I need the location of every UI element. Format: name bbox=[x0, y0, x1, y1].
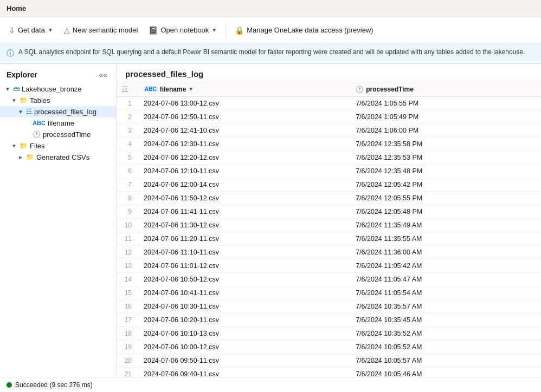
sidebar-item-lakehouse[interactable]: ▼ 🗃 Lakehouse_bronze bbox=[0, 83, 116, 95]
processedtime-clock-icon: 🕐 bbox=[356, 86, 364, 93]
filename-cell: 2024-07-06 12:50-11.csv bbox=[138, 110, 350, 123]
filename-cell: 2024-07-06 10:00-12.csv bbox=[138, 340, 350, 354]
processedtime-cell: 7/6/2024 12:35:53 PM bbox=[350, 151, 541, 164]
filename-cell: 2024-07-06 09:40-11.csv bbox=[138, 367, 350, 377]
processedtime-cell: 7/6/2024 1:05:55 PM bbox=[350, 96, 541, 110]
filename-cell: 2024-07-06 10:50-12.csv bbox=[138, 272, 350, 286]
row-number-cell: 3 bbox=[117, 123, 138, 137]
open-notebook-button[interactable]: 📓 Open notebook ▼ bbox=[144, 22, 221, 39]
filename-col-header[interactable]: ABC filename ▼ bbox=[138, 82, 350, 97]
get-data-chevron-icon: ▼ bbox=[48, 27, 53, 33]
row-number-cell: 14 bbox=[117, 272, 138, 286]
info-banner: ⓘ A SQL analytics endpoint for SQL query… bbox=[0, 43, 541, 64]
filename-cell: 2024-07-06 11:01-12.csv bbox=[138, 259, 350, 272]
row-number-cell: 20 bbox=[117, 354, 138, 367]
processedtime-cell: 7/6/2024 12:05:55 PM bbox=[350, 191, 541, 205]
filename-cell: 2024-07-06 13:00-12.csv bbox=[138, 96, 350, 110]
table-row: 62024-07-06 12:10-11.csv7/6/2024 12:35:4… bbox=[117, 164, 541, 178]
processedtime-cell: 7/6/2024 10:35:52 AM bbox=[350, 326, 541, 340]
filename-cell: 2024-07-06 11:50-12.csv bbox=[138, 191, 350, 205]
table-row: 192024-07-06 10:00-12.csv7/6/2024 10:05:… bbox=[117, 340, 541, 354]
table-row: 142024-07-06 10:50-12.csv7/6/2024 11:05:… bbox=[117, 272, 541, 286]
manage-onelake-icon: 🔒 bbox=[235, 26, 244, 35]
table-row: 152024-07-06 10:41-11.csv7/6/2024 11:05:… bbox=[117, 286, 541, 299]
sidebar: Explorer «« ▼ 🗃 Lakehouse_bronze ▼ 📁 Tab… bbox=[0, 64, 117, 377]
table-row: 202024-07-06 09:50-11.csv7/6/2024 10:05:… bbox=[117, 354, 541, 367]
processedtime-cell: 7/6/2024 11:35:55 AM bbox=[350, 232, 541, 245]
processedtime-cell: 7/6/2024 12:35:58 PM bbox=[350, 137, 541, 151]
processedtime-col-header[interactable]: 🕐 processedTime bbox=[350, 82, 541, 97]
table-options-icon: ☷ bbox=[122, 86, 128, 93]
manage-onelake-button[interactable]: 🔒 Manage OneLake data access (preview) bbox=[230, 22, 377, 39]
sidebar-item-generated-csvs[interactable]: ► 📁 Generated CSVs bbox=[0, 152, 116, 163]
data-table: ☷ ABC filename ▼ 🕐 bbox=[117, 82, 541, 377]
table-row: 82024-07-06 11:50-12.csv7/6/2024 12:05:5… bbox=[117, 191, 541, 205]
table-row: 102024-07-06 11:30-12.csv7/6/2024 11:35:… bbox=[117, 218, 541, 232]
status-bar: Succeeded (9 sec 276 ms) bbox=[0, 377, 541, 392]
table-row: 212024-07-06 09:40-11.csv7/6/2024 10:05:… bbox=[117, 367, 541, 377]
processedtime-cell: 7/6/2024 10:05:46 AM bbox=[350, 367, 541, 377]
toolbar: ⇩ Get data ▼ △ New semantic model 📓 Open… bbox=[0, 17, 541, 43]
processedtime-cell: 7/6/2024 10:35:45 AM bbox=[350, 313, 541, 326]
processedtime-header-label: processedTime bbox=[366, 86, 414, 93]
processedtime-cell: 7/6/2024 12:05:42 PM bbox=[350, 178, 541, 191]
row-number-cell: 6 bbox=[117, 164, 138, 178]
row-number-cell: 18 bbox=[117, 326, 138, 340]
sidebar-item-files[interactable]: ▼ 📁 Files bbox=[0, 140, 116, 152]
filename-cell: 2024-07-06 10:30-11.csv bbox=[138, 299, 350, 313]
row-number-cell: 9 bbox=[117, 205, 138, 218]
table-row: 72024-07-06 12:00-14.csv7/6/2024 12:05:4… bbox=[117, 178, 541, 191]
sidebar-collapse-button[interactable]: «« bbox=[96, 69, 110, 80]
content-area: processed_files_log ☷ ABC filename bbox=[117, 64, 541, 377]
processedtime-cell: 7/6/2024 11:05:54 AM bbox=[350, 286, 541, 299]
row-number-cell: 12 bbox=[117, 245, 138, 259]
row-number-cell: 7 bbox=[117, 178, 138, 191]
row-number-cell: 13 bbox=[117, 259, 138, 272]
chevron-down-icon: ▼ bbox=[17, 109, 24, 115]
tables-folder-icon: 📁 bbox=[20, 96, 28, 104]
sidebar-item-tables[interactable]: ▼ 📁 Tables bbox=[0, 95, 116, 106]
top-bar: Home bbox=[0, 0, 541, 17]
filename-cell: 2024-07-06 11:20-11.csv bbox=[138, 232, 350, 245]
sidebar-header: Explorer «« bbox=[0, 64, 116, 83]
table-row: 182024-07-06 10:10-13.csv7/6/2024 10:35:… bbox=[117, 326, 541, 340]
table-row: 22024-07-06 12:50-11.csv7/6/2024 1:05:49… bbox=[117, 110, 541, 123]
new-semantic-model-button[interactable]: △ New semantic model bbox=[60, 22, 143, 39]
filename-cell: 2024-07-06 11:41-11.csv bbox=[138, 205, 350, 218]
row-num-header: ☷ bbox=[117, 82, 138, 97]
new-semantic-model-icon: △ bbox=[64, 26, 70, 35]
row-number-cell: 5 bbox=[117, 151, 138, 164]
get-data-button[interactable]: ⇩ Get data ▼ bbox=[4, 22, 57, 39]
generated-csvs-label: Generated CSVs bbox=[36, 153, 89, 161]
filename-cell: 2024-07-06 12:30-11.csv bbox=[138, 137, 350, 151]
toolbar-divider bbox=[226, 24, 226, 37]
row-number-cell: 21 bbox=[117, 367, 138, 377]
processedtime-cell: 7/6/2024 1:06:00 PM bbox=[350, 123, 541, 137]
processedtime-cell: 7/6/2024 11:05:42 AM bbox=[350, 259, 541, 272]
table-row: 52024-07-06 12:20-12.csv7/6/2024 12:35:5… bbox=[117, 151, 541, 164]
sort-icon: ▼ bbox=[188, 86, 194, 92]
row-number-cell: 11 bbox=[117, 232, 138, 245]
chevron-down-icon: ▼ bbox=[11, 143, 17, 149]
filename-cell: 2024-07-06 11:30-12.csv bbox=[138, 218, 350, 232]
row-number-cell: 19 bbox=[117, 340, 138, 354]
filename-cell: 2024-07-06 09:50-11.csv bbox=[138, 354, 350, 367]
table-row: 172024-07-06 10:20-11.csv7/6/2024 10:35:… bbox=[117, 313, 541, 326]
main-layout: Explorer «« ▼ 🗃 Lakehouse_bronze ▼ 📁 Tab… bbox=[0, 64, 541, 377]
table-wrapper[interactable]: ☷ ABC filename ▼ 🕐 bbox=[117, 82, 541, 377]
sidebar-item-processed-files-log[interactable]: ▼ ☷ processed_files_log bbox=[0, 106, 116, 117]
filename-cell: 2024-07-06 12:00-14.csv bbox=[138, 178, 350, 191]
filename-cell: 2024-07-06 10:41-11.csv bbox=[138, 286, 350, 299]
filename-cell: 2024-07-06 12:10-11.csv bbox=[138, 164, 350, 178]
chevron-down-icon: ▼ bbox=[4, 86, 11, 92]
info-banner-text: A SQL analytics endpoint for SQL queryin… bbox=[18, 48, 525, 57]
row-number-cell: 17 bbox=[117, 313, 138, 326]
processedtime-cell: 7/6/2024 12:35:48 PM bbox=[350, 164, 541, 178]
sidebar-item-filename-col[interactable]: ABC filename bbox=[0, 117, 116, 129]
processedtime-cell: 7/6/2024 10:05:52 AM bbox=[350, 340, 541, 354]
table-row: 12024-07-06 13:00-12.csv7/6/2024 1:05:55… bbox=[117, 96, 541, 110]
table-row: 162024-07-06 10:30-11.csv7/6/2024 10:35:… bbox=[117, 299, 541, 313]
table-row: 112024-07-06 11:20-11.csv7/6/2024 11:35:… bbox=[117, 232, 541, 245]
sidebar-item-processedtime-col[interactable]: 🕐 processedTime bbox=[0, 129, 116, 140]
lakehouse-icon: 🗃 bbox=[13, 85, 20, 93]
